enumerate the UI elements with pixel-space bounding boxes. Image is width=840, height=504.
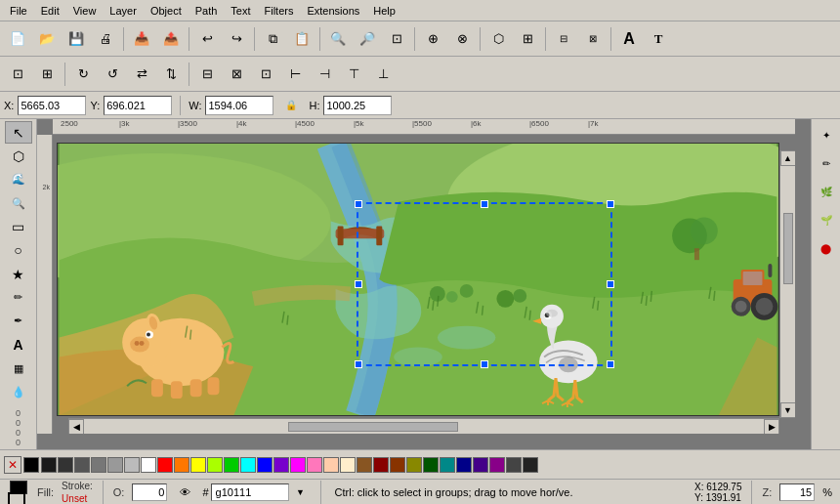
swatch-lime[interactable] xyxy=(207,457,223,473)
swatch-red[interactable] xyxy=(157,457,173,473)
menu-view[interactable]: View xyxy=(67,3,103,19)
canvas-area[interactable]: 2500 |3k |3500 |4k |4500 |5k |5500 |6k |… xyxy=(37,119,811,449)
circle-tool[interactable]: ○ xyxy=(5,239,32,262)
text-tool-button[interactable]: A xyxy=(615,25,643,53)
menu-filters[interactable]: Filters xyxy=(259,3,300,19)
tb2-btn-6[interactable]: ⇅ xyxy=(157,61,185,88)
tb2-btn-2[interactable]: ⊞ xyxy=(33,61,61,88)
align-button[interactable]: ⊞ xyxy=(514,25,541,53)
swatch-gray3[interactable] xyxy=(91,457,106,473)
menu-extensions[interactable]: Extensions xyxy=(301,3,365,19)
menu-path[interactable]: Path xyxy=(189,3,224,19)
vscroll-down[interactable]: ▼ xyxy=(780,402,796,418)
swatch-white[interactable] xyxy=(141,457,156,473)
pencil-tool[interactable]: ✏ xyxy=(5,286,32,309)
xml-button[interactable]: T xyxy=(645,25,672,53)
undo-button[interactable]: ↩ xyxy=(193,25,221,53)
text-tool-left[interactable]: A xyxy=(5,334,32,357)
menu-layer[interactable]: Layer xyxy=(104,3,143,19)
tb2-btn-13[interactable]: ⊥ xyxy=(369,61,397,88)
swatch-olive[interactable] xyxy=(406,457,422,473)
menu-file[interactable]: File xyxy=(4,3,33,19)
swatch-gray5[interactable] xyxy=(124,457,140,473)
swatch-darkorange[interactable] xyxy=(390,457,405,473)
zoom-input[interactable] xyxy=(779,483,815,501)
swatch-beige[interactable] xyxy=(340,457,356,473)
new-button[interactable]: 📄 xyxy=(4,25,31,53)
vscroll-track[interactable] xyxy=(783,166,793,402)
swatch-pink[interactable] xyxy=(307,457,322,473)
menu-edit[interactable]: Edit xyxy=(35,3,65,19)
swatch-purple[interactable] xyxy=(273,457,289,473)
export-button[interactable]: 📤 xyxy=(157,25,185,53)
vscroll-thumb[interactable] xyxy=(783,213,793,284)
zoom-fit-button[interactable]: ⊡ xyxy=(383,25,410,53)
tb2-btn-7[interactable]: ⊟ xyxy=(193,61,221,88)
tb2-btn-10[interactable]: ⊢ xyxy=(281,61,309,88)
snap2-button[interactable]: ⊠ xyxy=(579,25,607,53)
lock-aspect-button[interactable]: 🔒 xyxy=(277,92,305,119)
swatch-gray2[interactable] xyxy=(74,457,90,473)
rt-btn-4[interactable]: 🌱 xyxy=(813,206,840,233)
h-input[interactable] xyxy=(323,96,392,115)
nodes-button[interactable]: ⬡ xyxy=(484,25,512,53)
pen-tool[interactable]: ✒ xyxy=(5,310,32,332)
swatch-darkmagenta[interactable] xyxy=(489,457,505,473)
paste-button[interactable]: 📋 xyxy=(288,25,315,53)
y-input[interactable] xyxy=(104,96,172,115)
tb2-btn-5[interactable]: ⇄ xyxy=(128,61,155,88)
tb2-btn-1[interactable]: ⊡ xyxy=(4,61,31,88)
tb2-btn-11[interactable]: ⊣ xyxy=(311,61,338,88)
duplicate-button[interactable]: ⊕ xyxy=(419,25,446,53)
color-black[interactable] xyxy=(23,457,39,473)
stroke-box[interactable] xyxy=(8,492,25,505)
vscroll-up[interactable]: ▲ xyxy=(780,150,796,166)
hscroll-thumb[interactable] xyxy=(288,422,458,432)
rt-btn-3[interactable]: 🌿 xyxy=(813,178,840,205)
swatch-green[interactable] xyxy=(224,457,239,473)
vertical-scrollbar[interactable]: ▲ ▼ xyxy=(779,150,795,418)
swatch-darkgreen[interactable] xyxy=(423,457,439,473)
zoom-out-button[interactable]: 🔎 xyxy=(354,25,381,53)
print-button[interactable]: 🖨 xyxy=(92,25,119,53)
swatch-gray4[interactable] xyxy=(107,457,123,473)
zoom-in-button[interactable]: 🔍 xyxy=(324,25,352,53)
zoom-tool[interactable]: 🔍 xyxy=(5,192,32,215)
star-tool[interactable]: ★ xyxy=(5,263,32,285)
hscroll-right[interactable]: ▶ xyxy=(764,419,779,435)
swatch-teal[interactable] xyxy=(440,457,455,473)
swatch-darkpurple[interactable] xyxy=(473,457,488,473)
swatch-navy[interactable] xyxy=(456,457,472,473)
node-tool[interactable]: ⬡ xyxy=(5,145,32,167)
tb2-btn-3[interactable]: ↻ xyxy=(69,61,97,88)
tb2-btn-8[interactable]: ⊠ xyxy=(223,61,250,88)
swatch-darkgray[interactable] xyxy=(41,457,57,473)
gradient-tool[interactable]: ▦ xyxy=(5,357,32,380)
menu-text[interactable]: Text xyxy=(225,3,256,19)
object-id-dropdown[interactable]: ▼ xyxy=(291,483,311,502)
swatch-blue[interactable] xyxy=(257,457,273,473)
swatch-skin[interactable] xyxy=(323,457,339,473)
rect-tool[interactable]: ▭ xyxy=(5,216,32,238)
swatch-darkred[interactable] xyxy=(373,457,389,473)
snap-button[interactable]: ⊟ xyxy=(550,25,577,53)
swatch-charcoal[interactable] xyxy=(523,457,538,473)
tb2-btn-4[interactable]: ↺ xyxy=(99,61,126,88)
redo-button[interactable]: ↪ xyxy=(223,25,250,53)
clone-button[interactable]: ⊗ xyxy=(448,25,476,53)
menu-object[interactable]: Object xyxy=(145,3,188,19)
opacity-input[interactable] xyxy=(132,483,167,501)
menu-help[interactable]: Help xyxy=(367,3,401,19)
swatch-magenta[interactable] xyxy=(290,457,306,473)
open-button[interactable]: 📂 xyxy=(33,25,61,53)
hscroll-left[interactable]: ◀ xyxy=(68,419,84,435)
remove-color-button[interactable]: ✕ xyxy=(4,456,21,474)
swatch-yellow[interactable] xyxy=(190,457,206,473)
import-button[interactable]: 📥 xyxy=(128,25,155,53)
tb2-btn-12[interactable]: ⊤ xyxy=(340,61,367,88)
visibility-icon[interactable]: 👁 xyxy=(175,483,194,502)
horizontal-scrollbar[interactable]: ◀ ▶ xyxy=(68,418,779,434)
hscroll-track[interactable] xyxy=(84,422,764,432)
copy-button[interactable]: ⧉ xyxy=(259,25,286,53)
rt-btn-2[interactable]: ✏ xyxy=(813,149,840,177)
